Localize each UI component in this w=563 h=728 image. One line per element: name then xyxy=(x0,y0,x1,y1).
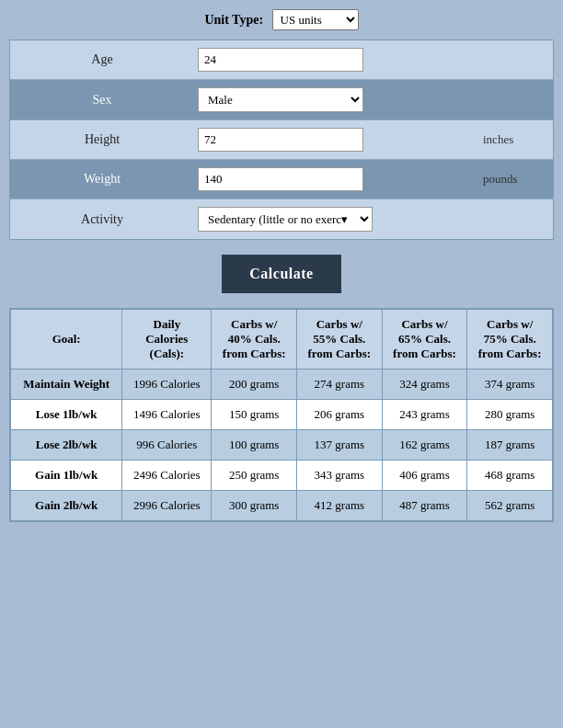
table-row: Lose 2lb/wk 996 Calories 100 grams 137 g… xyxy=(11,430,553,461)
sex-select[interactable]: Male Female xyxy=(198,87,363,112)
carbs65-cell: 487 grams xyxy=(382,491,467,521)
form-row-activity: Activity Sedentary (little or no exerc▾ … xyxy=(10,199,553,239)
form-row-weight: Weight pounds xyxy=(10,160,553,199)
carbs55-cell: 206 grams xyxy=(297,400,383,430)
calories-cell: 996 Calories xyxy=(122,430,212,461)
sex-label: Sex xyxy=(10,84,194,117)
calories-cell: 1496 Calories xyxy=(122,400,212,430)
weight-input[interactable] xyxy=(198,167,363,191)
carbs75-cell: 374 grams xyxy=(467,370,553,400)
calculate-button[interactable]: Calculate xyxy=(222,255,340,293)
height-label: Height xyxy=(10,123,194,156)
age-label: Age xyxy=(10,43,194,76)
col-header-carbs75: Carbs w/75% Cals.from Carbs: xyxy=(467,310,553,370)
results-table: Goal: DailyCalories(Cals): Carbs w/40% C… xyxy=(10,309,553,521)
carbs55-cell: 343 grams xyxy=(297,461,383,491)
age-input[interactable] xyxy=(198,48,363,72)
carbs40-cell: 100 grams xyxy=(212,430,297,461)
height-input-wrapper xyxy=(194,120,479,159)
activity-unit xyxy=(479,212,553,227)
col-header-carbs65: Carbs w/65% Cals.from Carbs: xyxy=(382,310,467,370)
carbs75-cell: 468 grams xyxy=(467,461,553,491)
goal-cell: Lose 2lb/wk xyxy=(11,430,122,461)
form-row-sex: Sex Male Female xyxy=(10,80,553,120)
carbs40-cell: 200 grams xyxy=(212,370,297,400)
sex-unit xyxy=(479,93,553,108)
col-header-carbs55: Carbs w/55% Cals.from Carbs: xyxy=(297,310,383,370)
unit-type-row: Unit Type: US units Metric units xyxy=(9,9,554,30)
activity-select[interactable]: Sedentary (little or no exerc▾ Sedentary… xyxy=(198,207,373,232)
calories-cell: 1996 Calories xyxy=(122,370,212,400)
height-input[interactable] xyxy=(198,128,363,152)
carbs65-cell: 162 grams xyxy=(382,430,467,461)
carbs55-cell: 274 grams xyxy=(297,370,383,400)
unit-type-label: Unit Type: xyxy=(204,13,263,27)
height-unit: inches xyxy=(479,125,553,154)
carbs65-cell: 406 grams xyxy=(382,461,467,491)
table-row: Lose 1lb/wk 1496 Calories 150 grams 206 … xyxy=(11,400,553,430)
unit-type-select[interactable]: US units Metric units xyxy=(272,9,359,30)
weight-label: Weight xyxy=(10,163,194,196)
sex-input-wrapper: Male Female xyxy=(194,80,479,119)
table-row: Maintain Weight 1996 Calories 200 grams … xyxy=(11,370,553,400)
carbs75-cell: 187 grams xyxy=(467,430,553,461)
col-header-carbs40: Carbs w/40% Cals.from Carbs: xyxy=(212,310,297,370)
goal-cell: Gain 1lb/wk xyxy=(11,461,122,491)
weight-input-wrapper xyxy=(194,160,479,199)
goal-cell: Maintain Weight xyxy=(11,370,122,400)
col-header-calories: DailyCalories(Cals): xyxy=(122,310,212,370)
activity-input-wrapper: Sedentary (little or no exerc▾ Sedentary… xyxy=(194,199,479,239)
col-header-goal: Goal: xyxy=(11,310,122,370)
carbs40-cell: 150 grams xyxy=(212,400,297,430)
carbs55-cell: 137 grams xyxy=(297,430,383,461)
calculate-row: Calculate xyxy=(9,255,554,293)
age-input-wrapper xyxy=(194,40,479,79)
calories-cell: 2496 Calories xyxy=(122,461,212,491)
form-container: Age Sex Male Female Height inches Weight… xyxy=(9,40,554,240)
calories-cell: 2996 Calories xyxy=(122,491,212,521)
goal-cell: Gain 2lb/wk xyxy=(11,491,122,521)
carbs65-cell: 324 grams xyxy=(382,370,467,400)
carbs75-cell: 562 grams xyxy=(467,491,553,521)
form-row-height: Height inches xyxy=(10,120,553,160)
activity-label: Activity xyxy=(10,203,194,236)
form-row-age: Age xyxy=(10,40,553,80)
weight-unit: pounds xyxy=(479,165,553,194)
carbs40-cell: 300 grams xyxy=(212,491,297,521)
carbs55-cell: 412 grams xyxy=(297,491,383,521)
goal-cell: Lose 1lb/wk xyxy=(11,400,122,430)
table-row: Gain 1lb/wk 2496 Calories 250 grams 343 … xyxy=(11,461,553,491)
table-row: Gain 2lb/wk 2996 Calories 300 grams 412 … xyxy=(11,491,553,521)
carbs65-cell: 243 grams xyxy=(382,400,467,430)
age-unit xyxy=(479,52,553,67)
carbs40-cell: 250 grams xyxy=(212,461,297,491)
carbs75-cell: 280 grams xyxy=(467,400,553,430)
results-container: Goal: DailyCalories(Cals): Carbs w/40% C… xyxy=(9,308,554,522)
